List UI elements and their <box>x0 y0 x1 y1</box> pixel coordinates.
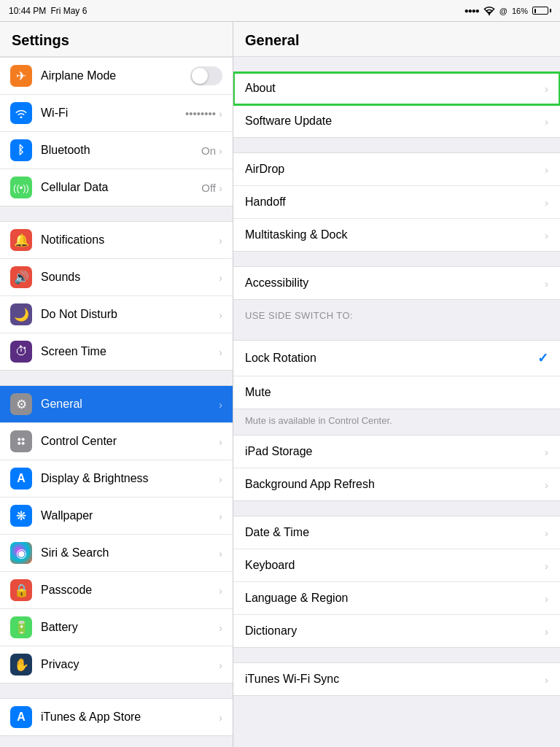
main-content-title: General <box>233 22 560 57</box>
content-section-storage: iPad Storage › Background App Refresh › <box>233 435 560 501</box>
content-section-accessibility: Accessibility › <box>233 266 560 300</box>
cellular-icon: ((•)) <box>10 177 32 198</box>
donotdisturb-chevron: › <box>219 309 222 321</box>
sidebar-label-displaybrightness: Display & Brightness <box>41 472 219 485</box>
notifications-chevron: › <box>219 234 222 247</box>
sidebar-item-bluetooth[interactable]: ᛒ Bluetooth On › <box>0 132 233 169</box>
sounds-chevron: › <box>219 271 222 284</box>
content-item-software-update[interactable]: Software Update › <box>233 105 560 137</box>
status-time: 10:44 PM <box>9 6 46 16</box>
sidebar-item-wifi[interactable]: Wi-Fi •••••••• › <box>0 95 233 132</box>
content-section-datetime: Date & Time › Keyboard › Language & Regi… <box>233 516 560 648</box>
donotdisturb-icon: 🌙 <box>10 303 32 325</box>
keyboard-label: Keyboard <box>245 559 545 572</box>
sidebar-section-itunes: A iTunes & App Store › <box>0 698 233 736</box>
lock-rotation-check: ✓ <box>537 350 548 366</box>
sidebar-item-donotdisturb[interactable]: 🌙 Do Not Disturb › <box>0 296 233 333</box>
sidebar-item-airplane-mode[interactable]: ✈ Airplane Mode <box>0 58 233 95</box>
content-section-itunes-sync: iTunes Wi-Fi Sync › <box>233 662 560 696</box>
content-item-background-refresh[interactable]: Background App Refresh › <box>233 468 560 500</box>
software-update-label: Software Update <box>245 115 545 128</box>
sidebar-item-general[interactable]: ⚙ General › <box>0 386 233 423</box>
content-item-lock-rotation[interactable]: Lock Rotation ✓ <box>233 341 560 376</box>
sidebar-label-siri: Siri & Search <box>41 546 219 560</box>
sidebar-item-privacy[interactable]: ✋ Privacy › <box>0 646 233 683</box>
sidebar-item-notifications[interactable]: 🔔 Notifications › <box>0 222 233 259</box>
displaybrightness-icon: A <box>10 468 32 489</box>
sidebar-label-itunes: iTunes & App Store <box>41 711 219 724</box>
mute-note: Mute is available in Control Center. <box>233 409 560 435</box>
content-item-keyboard[interactable]: Keyboard › <box>233 549 560 582</box>
content-item-accessibility[interactable]: Accessibility › <box>233 267 560 299</box>
sidebar: Settings ✈ Airplane Mode Wi-Fi •••••••• <box>0 22 233 747</box>
datetime-label: Date & Time <box>245 526 545 539</box>
sidebar-label-donotdisturb: Do Not Disturb <box>41 308 219 321</box>
content-item-multitasking[interactable]: Multitasking & Dock › <box>233 219 560 251</box>
content-item-airdrop[interactable]: AirDrop › <box>233 153 560 186</box>
language-region-label: Language & Region <box>245 592 545 605</box>
airplane-mode-toggle[interactable] <box>190 66 222 85</box>
sidebar-label-wifi: Wi-Fi <box>41 107 185 120</box>
cellular-chevron: › <box>219 182 222 194</box>
sidebar-item-wallpaper[interactable]: ❋ Wallpaper › <box>0 498 233 535</box>
svg-point-5 <box>22 442 25 445</box>
controlcenter-icon <box>10 430 32 452</box>
dictionary-chevron: › <box>545 625 548 638</box>
datetime-chevron: › <box>545 527 548 539</box>
content-item-about[interactable]: About › <box>233 72 560 105</box>
accessibility-chevron: › <box>545 277 548 290</box>
sidebar-item-siri[interactable]: ◉ Siri & Search › <box>0 535 233 572</box>
status-bar-right: ●●●● @ 16% <box>464 7 551 15</box>
content-item-language-region[interactable]: Language & Region › <box>233 582 560 615</box>
svg-point-3 <box>22 438 25 441</box>
content-item-ipad-storage[interactable]: iPad Storage › <box>233 436 560 468</box>
sidebar-item-passcode[interactable]: 🔒 Passcode › <box>0 572 233 609</box>
general-icon: ⚙ <box>10 393 32 415</box>
sidebar-label-controlcenter: Control Center <box>41 435 219 448</box>
content-item-dictionary[interactable]: Dictionary › <box>233 615 560 647</box>
content-item-handoff[interactable]: Handoff › <box>233 186 560 219</box>
passcode-chevron: › <box>219 584 222 597</box>
sidebar-item-battery[interactable]: 🔋 Battery › <box>0 609 233 646</box>
privacy-icon: ✋ <box>10 654 32 676</box>
main-content: General About › Software Update › AirDro… <box>233 22 560 747</box>
content-item-datetime[interactable]: Date & Time › <box>233 516 560 549</box>
wifi-chevron: › <box>219 107 222 120</box>
sidebar-item-sounds[interactable]: 🔊 Sounds › <box>0 259 233 296</box>
sidebar-item-screentime[interactable]: ⏱ Screen Time › <box>0 333 233 370</box>
wifi-value: •••••••• <box>185 107 216 120</box>
content-item-itunes-wifi-sync[interactable]: iTunes Wi-Fi Sync › <box>233 663 560 695</box>
content-item-mute[interactable]: Mute <box>233 376 560 409</box>
itunes-icon: A <box>10 706 32 728</box>
wallpaper-chevron: › <box>219 510 222 522</box>
sidebar-section-general-group: ⚙ General › Control Center › A D <box>0 385 233 684</box>
itunes-chevron: › <box>219 711 222 724</box>
content-section-airdrop: AirDrop › Handoff › Multitasking & Dock … <box>233 152 560 252</box>
wallpaper-icon: ❋ <box>10 505 32 527</box>
background-refresh-chevron: › <box>545 479 548 491</box>
lock-rotation-label: Lock Rotation <box>245 352 537 365</box>
status-date: Fri May 6 <box>50 6 87 16</box>
accessibility-label: Accessibility <box>245 276 545 290</box>
general-chevron: › <box>219 398 222 411</box>
svg-point-2 <box>18 438 20 441</box>
airplane-mode-icon: ✈ <box>10 65 32 87</box>
multitasking-label: Multitasking & Dock <box>245 228 545 241</box>
sidebar-section-notifications: 🔔 Notifications › 🔊 Sounds › 🌙 Do Not Di… <box>0 221 233 371</box>
sidebar-label-general: General <box>41 398 219 411</box>
airdrop-label: AirDrop <box>245 163 545 176</box>
handoff-label: Handoff <box>245 196 545 209</box>
svg-point-1 <box>20 117 23 119</box>
background-refresh-label: Background App Refresh <box>245 478 545 491</box>
sidebar-item-controlcenter[interactable]: Control Center › <box>0 423 233 460</box>
sidebar-item-displaybrightness[interactable]: A Display & Brightness › <box>0 460 233 498</box>
sidebar-label-sounds: Sounds <box>41 271 219 284</box>
language-region-chevron: › <box>545 592 548 605</box>
screentime-icon: ⏱ <box>10 341 32 363</box>
keyboard-chevron: › <box>545 560 548 572</box>
sidebar-label-privacy: Privacy <box>41 658 219 671</box>
sidebar-item-itunes[interactable]: A iTunes & App Store › <box>0 699 233 735</box>
sidebar-item-cellular[interactable]: ((•)) Cellular Data Off › <box>0 169 233 206</box>
svg-point-0 <box>489 14 490 15</box>
ipad-storage-label: iPad Storage <box>245 445 545 458</box>
